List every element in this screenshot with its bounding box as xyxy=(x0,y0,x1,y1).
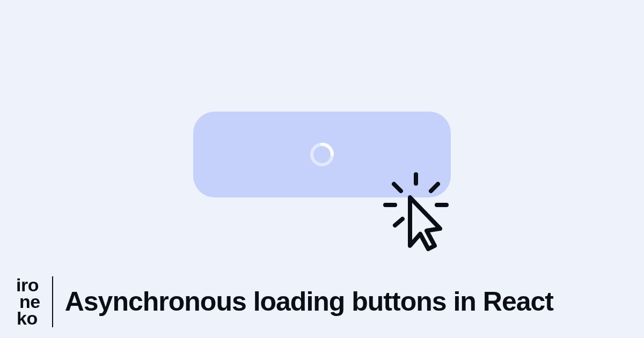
svg-line-6 xyxy=(395,219,402,225)
spinner-icon xyxy=(309,141,335,168)
svg-line-3 xyxy=(431,184,438,191)
brand-logo: iro ne ko xyxy=(16,277,40,327)
page-title: Asynchronous loading buttons in React xyxy=(65,287,553,317)
vertical-divider xyxy=(52,276,53,327)
cursor-click-icon xyxy=(381,172,451,252)
footer: iro ne ko Asynchronous loading buttons i… xyxy=(16,276,553,327)
logo-line-3: ko xyxy=(16,310,40,327)
svg-line-2 xyxy=(394,184,401,191)
